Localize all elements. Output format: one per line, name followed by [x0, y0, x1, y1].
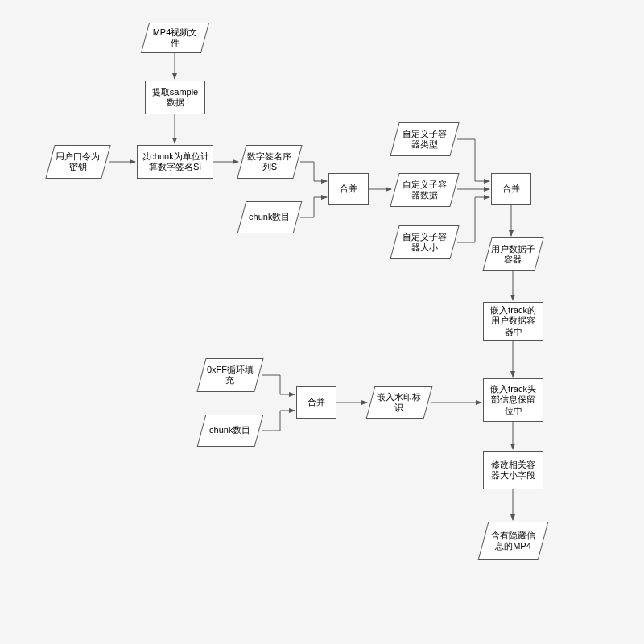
label: MP4视频文件	[149, 27, 201, 48]
label: 以chunk为单位计算数字签名Si	[141, 151, 209, 172]
label: 嵌入水印标识	[374, 392, 424, 413]
label: 数字签名序列S	[246, 151, 294, 172]
output-mp4: 含有隐藏信息的MP4	[478, 522, 549, 560]
merge-3: 合并	[296, 386, 336, 419]
mp4-input: MP4视频文件	[141, 23, 209, 53]
sig-seq: 数字签名序列S	[237, 145, 302, 179]
label: 合并	[308, 397, 325, 407]
extract-sample: 提取sample数据	[145, 80, 205, 114]
calc-signature: 以chunk为单位计算数字签名Si	[137, 145, 213, 179]
fill-0xff: 0xFF循环填充	[196, 358, 263, 392]
label: 嵌入track头部信息保留位中	[487, 384, 539, 416]
embed-track-header: 嵌入track头部信息保留位中	[483, 378, 543, 422]
user-box: 用户数据子容器	[482, 237, 543, 271]
embed-watermark: 嵌入水印标识	[366, 386, 433, 419]
label: 嵌入track的用户数据容器中	[487, 305, 539, 337]
label: 自定义子容器数据	[398, 180, 451, 200]
embed-track-udta: 嵌入track的用户数据容器中	[483, 302, 543, 341]
label: 合并	[340, 184, 357, 194]
merge-2: 合并	[491, 173, 531, 205]
chunk-count-2: chunk数目	[197, 415, 264, 447]
label: 自定义子容器类型	[398, 129, 451, 150]
label: chunk数目	[249, 212, 290, 222]
label: 0xFF循环填充	[205, 365, 255, 386]
label: 自定义子容器大小	[398, 232, 451, 253]
label: 含有隐藏信息的MP4	[487, 530, 539, 551]
label: chunk数目	[209, 425, 250, 436]
custom-size: 自定义子容器大小	[390, 225, 459, 259]
label: 提取sample数据	[149, 87, 201, 108]
custom-data: 自定义子容器数据	[390, 173, 459, 207]
chunk-count-1: chunk数目	[237, 201, 303, 233]
user-key: 用户口令为密钥	[45, 145, 110, 179]
label: 用户数据子容器	[491, 244, 535, 265]
modify-size-fields: 修改相关容器大小字段	[483, 451, 543, 489]
flow-arrows	[0, 0, 644, 644]
merge-1: 合并	[328, 173, 369, 205]
label: 合并	[502, 184, 520, 194]
label: 修改相关容器大小字段	[487, 460, 539, 481]
label: 用户口令为密钥	[54, 151, 102, 172]
custom-type: 自定义子容器类型	[390, 122, 459, 156]
